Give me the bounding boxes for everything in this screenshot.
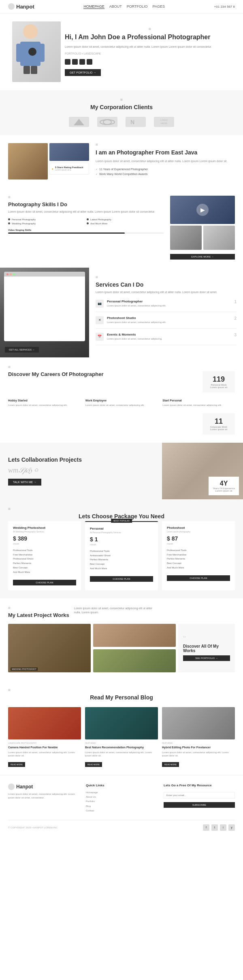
service-info-3: Events & Moments Lorem ipsum dolor sit a… bbox=[107, 333, 231, 340]
skill-item-3: Wedding Photography bbox=[8, 222, 85, 225]
blog-image-2 bbox=[85, 707, 158, 739]
read-more-button-3[interactable]: READ MORE bbox=[162, 762, 179, 767]
footer-link-3[interactable]: Portfolio bbox=[86, 799, 157, 804]
footer-link-1[interactable]: Homepage bbox=[86, 790, 157, 795]
footer-subscribe: Lets Go a Free Of My Resource SUBSCRIBE bbox=[164, 784, 235, 813]
footer-copy: © COPYRIGHT 2023 • HANPOT LOREM INC bbox=[8, 826, 58, 829]
skills-tag: ⊞ bbox=[8, 196, 164, 199]
collab-stat-label: Years Of Experience bbox=[213, 487, 235, 490]
footer-link-2[interactable]: About Us bbox=[86, 795, 157, 799]
instagram-icon[interactable] bbox=[79, 59, 85, 65]
careers-stat2-box: 11 Corporate Work Lorem ipsum sit bbox=[202, 413, 235, 435]
choose-plan-button-3[interactable]: CHOOSE PLAN bbox=[167, 575, 230, 581]
careers-grid: Hobby Started Lorem ipsum dolor sit amet… bbox=[8, 399, 235, 407]
collab-stat-sub: Lorem ipsum sit bbox=[213, 490, 235, 492]
nav-links: HOMEPAGE ABOUT PORTFOLIO PAGES bbox=[83, 4, 165, 9]
pkg-price-1: $ 389 bbox=[13, 535, 76, 542]
explore-button[interactable]: EXPLORE MORE → bbox=[170, 254, 235, 260]
pkg-sub-1: All Wedding Photography Services bbox=[13, 530, 76, 533]
hero-sub: PORTFOLIO • LANDSCAPE bbox=[65, 52, 235, 55]
career-item-1: Hobby Started Lorem ipsum dolor sit amet… bbox=[8, 399, 81, 407]
nav-link-homepage[interactable]: HOMEPAGE bbox=[83, 4, 104, 9]
blog-card-title-1: Camera Handed Position For Newbie bbox=[8, 746, 81, 749]
footer-social: f t i y bbox=[203, 824, 235, 831]
about-desc: Lorem ipsum dolor sit amet, consectetur … bbox=[96, 159, 235, 164]
skill-dot-2 bbox=[87, 218, 89, 220]
footer-twitter-icon[interactable]: t bbox=[211, 824, 218, 831]
pkg-feature-3-3: Perfect Moments bbox=[167, 557, 230, 561]
blog-section: ⊞ Read My Personal Blog LANDSCAPE PHOTOG… bbox=[0, 680, 243, 775]
clients-title: My Corporation Clients bbox=[8, 104, 235, 110]
twitter-icon[interactable] bbox=[72, 59, 78, 65]
package-card-1: Wedding Photoshoot All Wedding Photograp… bbox=[8, 521, 81, 590]
package-card-3: Photoshoot Lorem ipsum photography $ 87 … bbox=[162, 521, 235, 590]
nav-link-portfolio[interactable]: PORTFOLIO bbox=[127, 4, 148, 9]
all-services-button[interactable]: GET ALL SERVICES → bbox=[5, 347, 39, 353]
pkg-feature-2-4: Best Concept bbox=[90, 562, 153, 566]
hero-cta-button[interactable]: GET PORTFOLIO → bbox=[65, 69, 101, 76]
choose-plan-button-1[interactable]: CHOOSE PLAN bbox=[13, 580, 76, 585]
pkg-period-3: /month bbox=[167, 543, 230, 545]
footer-grid: Hanpot Lorem ipsum dolor sit amet, conse… bbox=[8, 784, 235, 813]
footer-subscribe-title: Lets Go a Free Of My Resource bbox=[164, 784, 235, 787]
skill-image-3 bbox=[203, 226, 235, 250]
services-image-inner: GET ALL SERVICES → bbox=[0, 268, 89, 357]
footer-link-4[interactable]: Blog bbox=[86, 804, 157, 809]
service-desc-1: Lorem ipsum dolor sit amet, consectetur … bbox=[107, 304, 231, 307]
popular-badge: MOST POPULAR bbox=[111, 519, 132, 523]
career-label-1: Hobby Started bbox=[8, 399, 81, 402]
window-max-dot bbox=[13, 273, 15, 275]
nav-link-pages[interactable]: PAGES bbox=[153, 4, 165, 9]
logo: Hanpot bbox=[8, 3, 34, 10]
footer-desc: Lorem ipsum dolor sit amet, consectetur … bbox=[8, 792, 79, 800]
youtube-icon[interactable] bbox=[87, 59, 92, 65]
about-tag: ⊞ bbox=[96, 143, 235, 146]
about-list-item-1: 11 Years of Experienced Photographer bbox=[96, 167, 235, 172]
blog-card-3: FEATURED Hybrid Editing Photo For Freela… bbox=[162, 707, 235, 767]
service-desc-2: Lorem ipsum dolor sit amet, consectetur … bbox=[107, 321, 231, 324]
skill-dot-3 bbox=[8, 222, 10, 224]
svg-rect-3 bbox=[37, 44, 45, 62]
careers-section: ⊞ Discover My Careers Of Photographer 11… bbox=[0, 357, 243, 443]
skill-image-main: ▶ bbox=[170, 196, 235, 224]
nav-link-about[interactable]: ABOUT bbox=[109, 4, 122, 9]
read-more-button-2[interactable]: READ MORE bbox=[85, 762, 102, 767]
service-icon-3: 📅 bbox=[96, 333, 104, 341]
career-item-2: Work Employee Lorem ipsum dolor sit amet… bbox=[85, 399, 158, 407]
nav-phone: +01 234 567 8 bbox=[214, 5, 235, 8]
blog-card-2: FEATURED Best Nature Recommendation Phot… bbox=[85, 707, 158, 767]
footer-logo: Hanpot bbox=[8, 784, 79, 790]
careers-header: Discover My Careers Of Photographer 119 … bbox=[8, 371, 235, 393]
blog-card-desc-1: Lorem ipsum dolor sit amet, consectetur … bbox=[8, 751, 81, 758]
skill-dot-1 bbox=[8, 218, 10, 220]
subscribe-button[interactable]: SUBSCRIBE bbox=[164, 802, 235, 808]
footer-instagram-icon[interactable]: i bbox=[220, 824, 226, 831]
pkg-feature-1-5: Best Concept bbox=[13, 566, 76, 570]
blog-card-1: LANDSCAPE PHOTOGRAPHY Camera Handed Posi… bbox=[8, 707, 81, 767]
discover-button[interactable]: SEE PORTFOLIO → bbox=[183, 655, 230, 661]
choose-plan-button-2[interactable]: CHOOSE PLAN bbox=[90, 576, 153, 582]
pkg-features-1: Professional Tools Free Merchandise Prof… bbox=[13, 548, 76, 574]
skills-list: Personal Photography Latest Photography … bbox=[8, 218, 164, 225]
service-info-1: Personal Photographer Lorem ipsum dolor … bbox=[107, 300, 231, 307]
footer-youtube-icon[interactable]: y bbox=[228, 824, 235, 831]
svg-marker-7 bbox=[74, 119, 84, 125]
quote-icon: " bbox=[183, 635, 230, 642]
career-desc-3: Lorem ipsum dolor sit amet, consectetur … bbox=[162, 403, 235, 407]
read-more-button-1[interactable]: READ MORE bbox=[8, 762, 25, 767]
collab-button[interactable]: TALK WITH ME → bbox=[8, 479, 41, 486]
pkg-feature-2-3: Perfect Moments bbox=[90, 558, 153, 562]
play-icon[interactable]: ▶ bbox=[196, 204, 209, 216]
footer-facebook-icon[interactable]: f bbox=[203, 824, 209, 831]
packages-section: ⊞ Lets Choose Package You Need Wedding P… bbox=[0, 499, 243, 598]
works-header: ⊞ My Latest Project Works Lorem ipsum do… bbox=[8, 606, 235, 618]
footer-links-list: Homepage About Us Portfolio Blog Contact bbox=[86, 790, 157, 813]
blog-tag-1: LANDSCAPE PHOTOGRAPHY bbox=[8, 742, 81, 744]
pkg-sub-2: All Personal Photography Services bbox=[90, 531, 153, 534]
pkg-name-1: Wedding Photoshoot bbox=[13, 526, 76, 530]
blog-image-1 bbox=[8, 707, 81, 739]
footer-link-5[interactable]: Contact bbox=[86, 809, 157, 813]
service-icon-1: 📷 bbox=[96, 300, 104, 308]
facebook-icon[interactable] bbox=[65, 59, 70, 65]
subscribe-input[interactable] bbox=[164, 792, 235, 798]
